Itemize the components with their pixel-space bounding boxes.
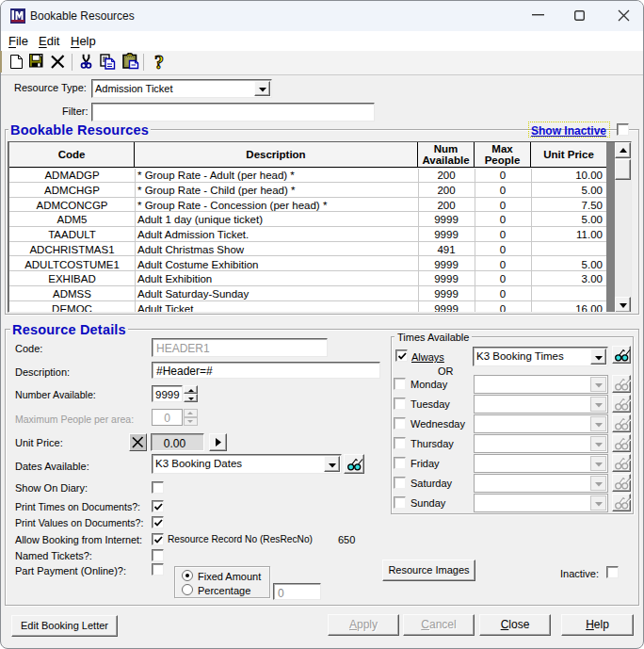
svg-text:?: ?: [154, 53, 164, 72]
